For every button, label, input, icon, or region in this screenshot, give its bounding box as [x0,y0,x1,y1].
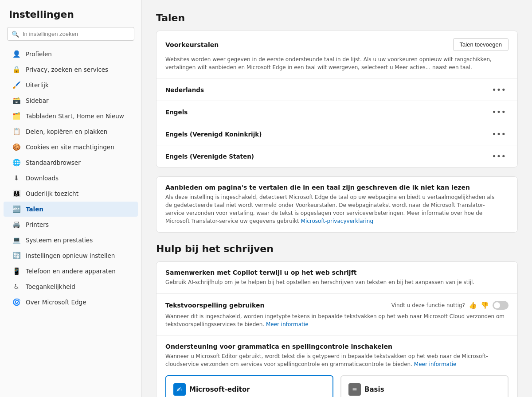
copilot-text: Samenwerken met Copilot terwijl u op het… [165,269,501,286]
translate-row: Aanbieden om pagina's te vertalen die in… [165,184,509,225]
translate-text: Aanbieden om pagina's te vertalen die in… [165,184,501,225]
copilot-row: Samenwerken met Copilot terwijl u op het… [165,269,509,286]
sidebar-item-label-talen: Talen [26,206,43,213]
translate-card: Aanbieden om pagina's te vertalen die in… [156,176,518,233]
translate-privacy-link[interactable]: Microsoft-privacyverklaring [301,218,374,224]
grammatica-title: Ondersteuning voor grammatica en spellin… [165,343,501,350]
talen-icon: 🔤 [12,205,20,213]
language-item-1: Engels ••• [156,101,517,123]
sidebar-item-telefoon[interactable]: 📱 Telefoon en andere apparaten [4,264,138,279]
sidebar-item-label-opnieuw: Instellingen opnieuw instellen [26,252,115,259]
microsoft-editor-icon: ✍ [173,383,186,396]
sidebar-item-toegankelijkheid[interactable]: ♿ Toegankelijkheid [4,279,138,294]
grammatica-link[interactable]: Meer informatie [414,361,457,367]
sidebar-item-cookies[interactable]: 🍪 Cookies en site machtigingen [4,140,138,155]
language-item-2: Engels (Verenigd Koninkrijk) ••• [156,123,517,145]
search-icon: 🔍 [12,31,19,38]
sidebar-item-over[interactable]: 🌀 Over Microsoft Edge [4,295,138,310]
editor-cards: ✍ Microsoft-editor (Aanbevolen) Editor b… [165,375,509,397]
language-name-0: Nederlands [165,86,204,93]
nav-list: 👤 Profielen 🔒 Privacy, zoeken en service… [0,46,141,310]
sidebar-item-label-over: Over Microsoft Edge [26,299,86,306]
sidebar-item-label-systeem: Systeem en prestaties [26,237,93,244]
sidebar-item-label-profielen: Profielen [26,51,52,58]
ouderlijk-icon: 👨‍👩‍👧 [12,190,20,198]
schrijven-section-title: Hulp bij het schrijven [156,243,518,254]
sidebar-item-profielen[interactable]: 👤 Profielen [4,47,138,62]
basis-editor-icon: ≡ [348,383,361,396]
sidebar-item-sidebar[interactable]: 🗃️ Sidebar [4,93,138,108]
printers-icon: 🖨️ [12,221,20,229]
toegankelijkheid-icon: ♿ [12,283,20,291]
tabbladen-icon: 🗂️ [12,112,20,120]
translate-desc: Als deze instelling is ingeschakeld, det… [165,193,501,225]
sidebar-item-downloads[interactable]: ⬇️ Downloads [4,171,138,186]
sidebar-item-printers[interactable]: 🖨️ Printers [4,217,138,232]
delen-icon: 📋 [12,128,20,136]
sidebar-item-label-toegankelijkheid: Toegankelijkheid [26,283,75,290]
telefoon-icon: 📱 [12,267,20,275]
thumbs-up-icon[interactable]: 👍 [469,301,477,309]
feedback-label: Vindt u deze functie nuttig? [391,302,465,308]
sidebar-item-label-uiterlijk: Uiterlijk [26,82,49,89]
voorkeurstalen-desc: Websites worden weer gegeven in de eerst… [156,55,517,79]
language-name-1: Engels [165,109,188,116]
language-menu-3[interactable]: ••• [489,151,509,162]
talen-toevoegen-button[interactable]: Talen toevoegen [453,38,509,51]
tekstvoorspelling-row: Tekstvoorspelling gebruiken Vindt u deze… [165,301,509,310]
sidebar-item-delen[interactable]: 📋 Delen, kopiëren en plakken [4,124,138,139]
sidebar-item-label-telefoon: Telefoon en andere apparaten [26,268,116,275]
sidebar-item-label-tabbladen: Tabbladen Start, Home en Nieuw [26,113,124,120]
tekstvoorspelling-desc-text: Wanneer dit is ingeschakeld, worden inge… [165,313,505,327]
thumbs-down-icon[interactable]: 👎 [481,301,489,309]
sidebar-item-privacy[interactable]: 🔒 Privacy, zoeken en services [4,62,138,77]
basis-editor-header: ≡ Basis [348,383,501,396]
main-content: Talen Voorkeurstalen Talen toevoegen Web… [142,0,532,397]
sidebar-item-opnieuw[interactable]: 🔄 Instellingen opnieuw instellen [4,248,138,263]
basis-editor-card[interactable]: ≡ Basis Ontvang eenvoudige ondersteuning… [340,375,509,397]
tekstvoorspelling-toggle-slider [493,301,509,310]
basis-editor-title: Basis [364,385,384,393]
sidebar-item-label-delen: Delen, kopiëren en plakken [26,128,107,135]
systeem-icon: 💻 [12,236,20,244]
sidebar-item-label-printers: Printers [26,221,49,228]
schrijven-card: Samenwerken met Copilot terwijl u op het… [156,261,518,397]
uiterlijk-icon: 🖌️ [12,81,20,89]
voorkeurstalen-card: Voorkeurstalen Talen toevoegen Websites … [156,31,518,167]
downloads-icon: ⬇️ [12,174,20,182]
voorkeurstalen-header: Voorkeurstalen Talen toevoegen [156,31,517,55]
sidebar-item-label-privacy: Privacy, zoeken en services [26,66,108,73]
tekstvoorspelling-link[interactable]: Meer informatie [266,321,309,327]
language-menu-1[interactable]: ••• [489,106,509,117]
standaardbrowser-icon: 🌐 [12,159,20,167]
tekstvoorspelling-desc: Wanneer dit is ingeschakeld, worden inge… [165,312,509,328]
language-menu-2[interactable]: ••• [489,128,509,140]
privacy-icon: 🔒 [12,66,20,74]
microsoft-editor-card[interactable]: ✍ Microsoft-editor (Aanbevolen) Editor b… [165,375,333,397]
copilot-section: Samenwerken met Copilot terwijl u op het… [156,262,517,294]
sidebar-item-standaardbrowser[interactable]: 🌐 Standaardbrowser [4,155,138,170]
tekstvoorspelling-toggle-label[interactable] [493,301,509,310]
translate-section: Aanbieden om pagina's te vertalen die in… [156,177,517,232]
over-icon: 🌀 [12,298,20,306]
sidebar-item-uiterlijk[interactable]: 🖌️ Uiterlijk [4,78,138,93]
language-menu-0[interactable]: ••• [489,84,509,95]
sidebar-title: Instellingen [0,9,141,27]
talen-section-title: Talen [156,12,518,23]
copilot-title: Samenwerken met Copilot terwijl u op het… [165,269,501,276]
copilot-desc: Gebruik AI-schrijfhulp om je te helpen b… [165,278,501,286]
language-item-3: Engels (Verenigde Staten) ••• [156,145,517,167]
sidebar-item-systeem[interactable]: 💻 Systeem en prestaties [4,233,138,248]
sidebar-item-talen[interactable]: 🔤 Talen [4,202,138,217]
search-container: 🔍 [7,27,134,41]
sidebar-item-label-downloads: Downloads [26,175,59,182]
voorkeurstalen-title: Voorkeurstalen [165,41,219,48]
tekstvoorspelling-controls: Vindt u deze functie nuttig? 👍 👎 [391,301,509,310]
sidebar-item-tabbladen[interactable]: 🗂️ Tabbladen Start, Home en Nieuw [4,109,138,124]
sidebar-item-ouderlijk[interactable]: 👨‍👩‍👧 Ouderlijk toezicht [4,186,138,201]
grammatica-text: Ondersteuning voor grammatica en spellin… [165,343,501,368]
tekstvoorspelling-section: Tekstvoorspelling gebruiken Vindt u deze… [156,294,517,336]
search-input[interactable] [7,27,134,41]
sidebar-icon: 🗃️ [12,97,20,105]
sidebar-item-label-sidebar: Sidebar [26,97,49,104]
